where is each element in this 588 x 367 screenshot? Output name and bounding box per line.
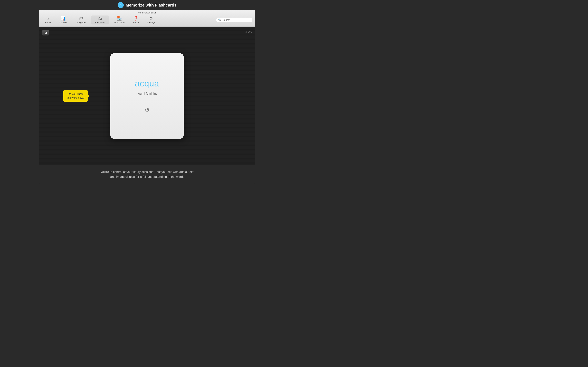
wordbank-icon: 🏪 xyxy=(117,16,122,20)
courses-label: Courses xyxy=(59,21,67,24)
search-box[interactable]: 🔍 xyxy=(216,18,253,22)
home-icon: ⌂ xyxy=(47,16,49,20)
badge-number: 5 xyxy=(120,3,121,7)
about-icon: ❓ xyxy=(133,16,138,20)
bottom-caption: You're in control of your study sessions… xyxy=(39,165,255,184)
card-grammar: noun | feminine xyxy=(137,92,157,95)
card-word: acqua xyxy=(135,79,159,89)
title-bar: 5 Memorize with Flashcards xyxy=(0,0,294,10)
app-window: Word Power Italian ⌂ Home 📊 Courses 🏷 Ca… xyxy=(39,10,255,184)
nav-wordbank[interactable]: 🏪 Word Bank xyxy=(110,16,129,25)
flashcard-container: Do you know this word now? acqua noun | … xyxy=(39,53,255,139)
nav-courses[interactable]: 📊 Courses xyxy=(55,16,71,25)
nav-settings[interactable]: ⚙ Settings xyxy=(143,16,159,25)
toolbar-app-title: Word Power Italian xyxy=(39,10,255,14)
flashcards-icon: 🗂 xyxy=(98,16,102,20)
flashcard[interactable]: acqua noun | feminine ↺ xyxy=(110,53,184,139)
home-label: Home xyxy=(45,21,51,24)
caption-line1: You're in control of your study sessions… xyxy=(100,169,194,174)
settings-label: Settings xyxy=(147,21,155,24)
toolbar-nav: ⌂ Home 📊 Courses 🏷 Categories 🗂 Flashcar… xyxy=(41,16,216,25)
content-area: ◀ 42/46 Do you know this word now? acqua… xyxy=(39,27,255,165)
categories-label: Categories xyxy=(76,21,86,24)
wordbank-label: Word Bank xyxy=(114,21,125,24)
categories-icon: 🏷 xyxy=(79,16,83,20)
back-arrow-icon: ◀ xyxy=(44,31,47,34)
flip-button[interactable]: ↺ xyxy=(145,107,149,113)
toolbar: Word Power Italian ⌂ Home 📊 Courses 🏷 Ca… xyxy=(39,10,255,27)
flip-icon: ↺ xyxy=(145,107,149,113)
title-badge: 5 xyxy=(118,2,124,8)
progress-counter: 42/46 xyxy=(245,30,252,33)
caption-line2: and image visuals for a full understandi… xyxy=(110,174,183,179)
app-title: Memorize with Flashcards xyxy=(126,3,177,8)
back-button[interactable]: ◀ xyxy=(42,30,49,36)
flashcards-label: Flashcards xyxy=(95,21,106,24)
tooltip-bubble: Do you know this word now? xyxy=(63,90,88,101)
nav-home[interactable]: ⌂ Home xyxy=(41,16,54,25)
nav-about[interactable]: ❓ About xyxy=(130,16,143,25)
search-icon: 🔍 xyxy=(218,18,221,21)
courses-icon: 📊 xyxy=(61,16,66,20)
toolbar-items: ⌂ Home 📊 Courses 🏷 Categories 🗂 Flashcar… xyxy=(39,14,255,26)
search-input[interactable] xyxy=(223,18,251,21)
about-label: About xyxy=(133,21,139,24)
tooltip-text: Do you know this word now? xyxy=(67,92,85,99)
nav-flashcards[interactable]: 🗂 Flashcards xyxy=(91,16,109,25)
nav-categories[interactable]: 🏷 Categories xyxy=(72,16,90,25)
settings-icon: ⚙ xyxy=(149,16,153,20)
